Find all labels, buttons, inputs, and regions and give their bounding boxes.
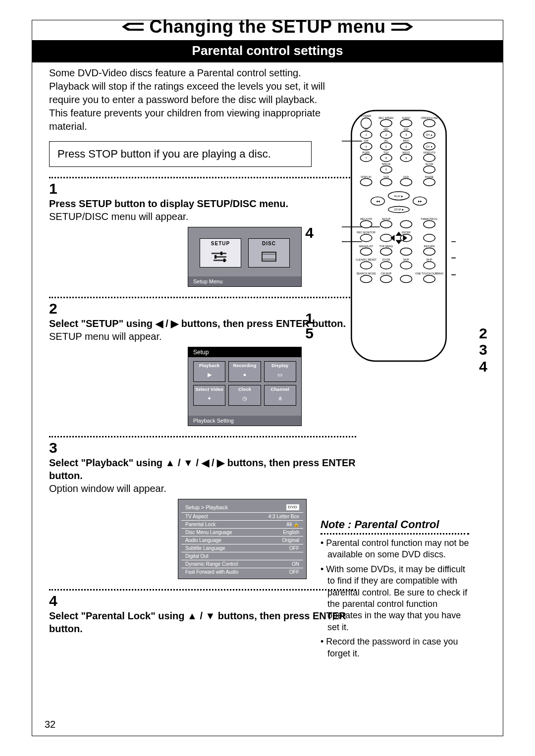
svg-text:SKIP: SKIP: [427, 258, 433, 261]
svg-text:OPEN/CLOSE: OPEN/CLOSE: [421, 116, 438, 119]
svg-text:TIMER PROG.: TIMER PROG.: [421, 217, 438, 220]
svg-point-64: [380, 178, 392, 186]
svg-text:STOP ■: STOP ■: [394, 208, 404, 211]
intro-text: Some DVD-Video discs feature a Parental …: [49, 66, 356, 133]
tab-disc: DISC: [248, 238, 290, 268]
svg-point-91: [360, 248, 372, 255]
step-number-3: 3: [49, 439, 486, 456]
svg-text:SKIP: SKIP: [403, 258, 410, 261]
callout-2-right: 2: [479, 325, 487, 342]
svg-text:CH ▲: CH ▲: [426, 133, 432, 136]
table-row: Digital Out: [181, 552, 303, 560]
svg-text:CLEAR/C.RESET: CLEAR/C.RESET: [356, 258, 377, 261]
svg-rect-3: [220, 252, 222, 255]
step-2-heading: Select "SETUP" using ◀ / ▶ buttons, then…: [49, 317, 366, 330]
svg-text:JKL: JKL: [384, 139, 388, 142]
svg-point-22: [424, 119, 435, 127]
stop-note-box: Press STOP button if you are playing a d…: [49, 141, 312, 167]
separator: [49, 297, 356, 298]
display-icon: ▭: [266, 369, 294, 380]
svg-text:ABC: ABC: [383, 128, 389, 131]
note-item: Record the password in case you forget i…: [321, 636, 469, 659]
svg-text:0: 0: [385, 168, 387, 171]
table-row: Fast Forward with AudioOFF: [181, 568, 303, 576]
cell-recording: Recording●: [228, 361, 261, 382]
svg-text:PQRS: PQRS: [363, 151, 370, 154]
lock-icon: 🔒: [293, 522, 299, 527]
screen2-head: Setup: [188, 347, 301, 357]
svg-point-66: [400, 178, 412, 186]
svg-text:CH ▼: CH ▼: [426, 145, 432, 148]
svg-rect-0: [212, 253, 226, 254]
decor-left: [122, 21, 144, 32]
svg-rect-6: [262, 252, 276, 261]
screen1-footer: Setup Menu: [188, 276, 301, 286]
svg-point-85: [360, 234, 372, 242]
svg-point-20: [400, 119, 412, 127]
svg-text:REC SPEED: REC SPEED: [378, 116, 394, 119]
svg-point-60: [424, 166, 435, 173]
remote-diagram: 4 1 5 2 3 4 POWERREC SPEEDAUDIOOPEN/CLOS…: [329, 109, 468, 364]
svg-point-102: [400, 262, 412, 269]
breadcrumb: Setup > Playback: [185, 504, 228, 510]
page-number: 32: [45, 719, 55, 730]
svg-point-82: [400, 220, 412, 228]
svg-text:.@/:: .@/:: [364, 128, 369, 131]
svg-text:2: 2: [385, 133, 387, 136]
cell-channel: Channel⋔: [264, 385, 296, 406]
svg-text:1: 1: [366, 133, 367, 136]
svg-point-68: [424, 178, 435, 186]
svg-point-87: [380, 234, 392, 242]
callout-1-left: 1: [305, 310, 314, 327]
svg-point-90: [424, 234, 435, 242]
svg-text:MENU/LIST: MENU/LIST: [359, 245, 374, 248]
svg-text:7: 7: [366, 157, 367, 160]
svg-text:REC MONITOR: REC MONITOR: [357, 231, 375, 234]
table-row: Parental LockAll 🔒: [181, 520, 303, 528]
svg-text:DEF: DEF: [404, 128, 409, 131]
cell-display: Display▭: [264, 361, 296, 382]
step-1-heading: Press SETUP button to display SETUP/DISC…: [49, 197, 366, 210]
svg-point-93: [380, 248, 392, 255]
note-item: Parental control function may not be ava…: [321, 538, 469, 561]
step-1-text: SETUP/DISC menu will appear.: [49, 210, 366, 223]
svg-text:3: 3: [405, 133, 407, 136]
svg-text:6: 6: [405, 145, 407, 148]
svg-text:VIDEO/TV: VIDEO/TV: [423, 151, 435, 154]
callout-5-left: 5: [305, 325, 314, 342]
svg-point-100: [380, 262, 392, 269]
svg-text:GHI: GHI: [364, 139, 368, 142]
separator: [49, 589, 356, 591]
sliders-icon: [202, 248, 239, 265]
svg-text:ENTER: ENTER: [402, 231, 411, 234]
svg-text:TUV: TUV: [383, 151, 389, 154]
svg-text:SLOW: SLOW: [426, 162, 433, 165]
svg-point-83: [424, 220, 435, 228]
antenna-icon: ⋔: [266, 393, 294, 404]
cell-clock: Clock◷: [228, 385, 261, 406]
page-title: Changing the SETUP menu: [150, 16, 386, 37]
svg-text:MNO: MNO: [403, 139, 409, 142]
svg-text:PAUSE: PAUSE: [425, 175, 434, 178]
svg-point-16: [361, 118, 372, 128]
svg-text:DISPLAY: DISPLAY: [361, 175, 372, 178]
separator: [49, 177, 356, 178]
screenshot-playback-options: Setup > PlaybackDVD TV Aspect4:3 Letter …: [178, 499, 307, 579]
step-2-text: SETUP menu will appear.: [49, 330, 366, 343]
svg-text:TOP MENU: TOP MENU: [379, 245, 393, 248]
svg-rect-4: [214, 255, 216, 259]
table-row: Audio LanguageOriginal: [181, 536, 303, 544]
callout-4-left: 4: [305, 224, 314, 241]
svg-text:SEARCH MODE: SEARCH MODE: [356, 272, 376, 275]
note-box: Note : Parental Control Parental control…: [321, 518, 469, 662]
svg-point-98: [360, 262, 372, 269]
screen2-footer: Playback Setting: [188, 416, 301, 426]
svg-text:ZOOM: ZOOM: [382, 258, 390, 261]
svg-point-78: [360, 220, 372, 228]
note-title: Note : Parental Control: [321, 518, 469, 532]
note-item: With some DVDs, it may be difficult to f…: [321, 564, 469, 633]
svg-point-95: [400, 248, 412, 255]
svg-point-18: [380, 119, 392, 127]
svg-text:PLAY ▶: PLAY ▶: [394, 195, 404, 198]
separator: [49, 436, 356, 437]
